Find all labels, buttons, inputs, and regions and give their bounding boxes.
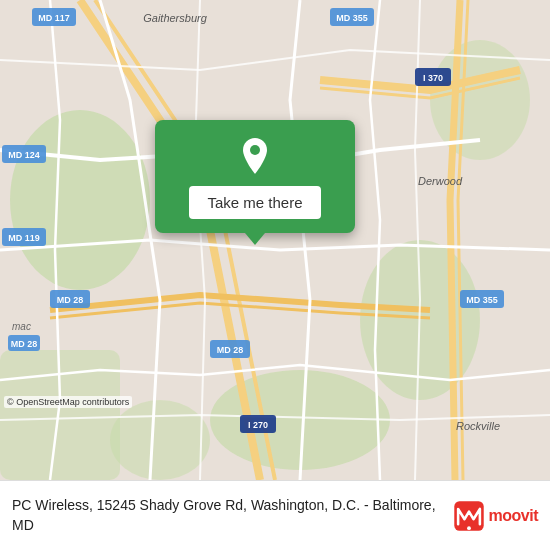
svg-text:MD 124: MD 124 bbox=[8, 150, 40, 160]
svg-text:Rockville: Rockville bbox=[456, 420, 500, 432]
svg-text:Derwood: Derwood bbox=[418, 175, 463, 187]
svg-text:I 270: I 270 bbox=[248, 420, 268, 430]
location-title: PC Wireless, 15245 Shady Grove Rd, Washi… bbox=[12, 497, 436, 533]
moovit-text: moovit bbox=[489, 507, 538, 525]
location-info: PC Wireless, 15245 Shady Grove Rd, Washi… bbox=[12, 496, 453, 535]
svg-text:MD 28: MD 28 bbox=[11, 339, 38, 349]
moovit-logo: moovit bbox=[453, 500, 538, 532]
osm-attribution: © OpenStreetMap contributors bbox=[4, 396, 132, 408]
svg-text:MD 355: MD 355 bbox=[336, 13, 368, 23]
svg-text:MD 28: MD 28 bbox=[57, 295, 84, 305]
map-container[interactable]: MD 117 MD 124 MD 119 MD 355 I 270 I 370 … bbox=[0, 0, 550, 480]
location-popup: Take me there bbox=[155, 120, 355, 233]
bottom-bar: PC Wireless, 15245 Shady Grove Rd, Washi… bbox=[0, 480, 550, 550]
svg-text:mac: mac bbox=[12, 321, 31, 332]
svg-text:I 370: I 370 bbox=[423, 73, 443, 83]
svg-text:MD 119: MD 119 bbox=[8, 233, 40, 243]
map-pin-icon bbox=[235, 136, 275, 176]
svg-text:Gaithersburg: Gaithersburg bbox=[143, 12, 207, 24]
svg-point-1 bbox=[10, 110, 150, 290]
svg-text:MD 355: MD 355 bbox=[466, 295, 498, 305]
svg-text:MD 117: MD 117 bbox=[38, 13, 70, 23]
map-svg: MD 117 MD 124 MD 119 MD 355 I 270 I 370 … bbox=[0, 0, 550, 480]
svg-point-35 bbox=[467, 526, 471, 530]
svg-point-33 bbox=[250, 145, 260, 155]
svg-point-5 bbox=[110, 400, 210, 480]
moovit-logo-svg bbox=[453, 500, 485, 532]
take-me-there-button[interactable]: Take me there bbox=[189, 186, 320, 219]
svg-text:MD 28: MD 28 bbox=[217, 345, 244, 355]
